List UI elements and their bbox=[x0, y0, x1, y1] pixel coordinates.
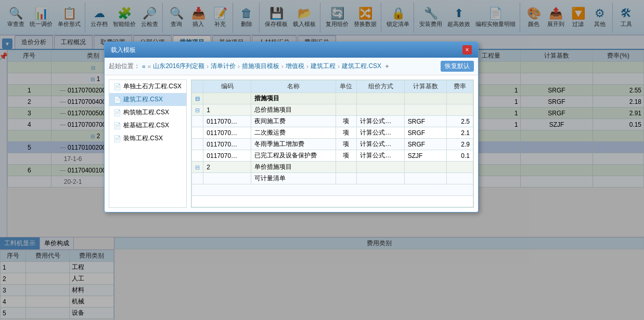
modal-table: 编码 名称 单位 组价方式 计算基数 费率 ⊟ 措施 bbox=[191, 80, 473, 207]
modal-close-button[interactable]: × bbox=[462, 45, 472, 55]
file-tree: 📄 单独土石方工程.CSX 📄 建筑工程.CSX 📄 构筑物工程.CSX 📄 桩… bbox=[109, 79, 187, 208]
file-icon: 📄 bbox=[113, 135, 121, 142]
modal-col-rate: 费率 bbox=[447, 81, 473, 93]
path-label: 起始位置： bbox=[109, 62, 140, 71]
table-row[interactable]: 0117070… 冬雨季施工增加费 项 计算公式… SRGF 2.9 bbox=[192, 139, 473, 150]
table-row[interactable]: ⊟ 1 总价措施项目 bbox=[192, 104, 473, 116]
file-item[interactable]: 📄 装饰工程.CSX bbox=[109, 132, 186, 145]
modal-col-method: 组价方式 bbox=[357, 81, 405, 93]
modal-path-bar: 起始位置： « « 山东2016序列定额 › 清单计价 › 措施项目模板 › 增… bbox=[105, 58, 478, 75]
file-icon: 📄 bbox=[113, 122, 121, 129]
table-row bbox=[192, 184, 473, 196]
file-name: 单独土石方工程.CSX bbox=[123, 82, 182, 91]
path-item-3[interactable]: 措施项目模板 bbox=[242, 62, 279, 71]
table-row[interactable]: 可计量清单 bbox=[192, 173, 473, 184]
modal-body: 📄 单独土石方工程.CSX 📄 建筑工程.CSX 📄 构筑物工程.CSX 📄 桩… bbox=[105, 75, 478, 212]
file-item[interactable]: 📄 桩基础工程.CSX bbox=[109, 119, 186, 132]
path-back[interactable]: « bbox=[142, 63, 146, 70]
modal-col-unit: 单位 bbox=[336, 81, 357, 93]
file-name: 装饰工程.CSX bbox=[123, 134, 163, 143]
modal-col-name: 名称 bbox=[251, 81, 336, 93]
file-name: 建筑工程.CSX bbox=[123, 95, 163, 104]
file-icon: 📄 bbox=[113, 109, 121, 116]
load-template-modal: 载入模板 × 起始位置： « « 山东2016序列定额 › 清单计价 › 措施项… bbox=[104, 42, 479, 212]
file-item[interactable]: 📄 建筑工程.CSX bbox=[109, 93, 186, 106]
table-row[interactable]: ⊟ 措施项目 bbox=[192, 93, 473, 104]
table-row bbox=[192, 196, 473, 207]
file-icon: 📄 bbox=[113, 83, 121, 90]
path-item-6[interactable]: 建筑工程.CSX bbox=[342, 62, 381, 71]
table-row[interactable]: 0117070… 夜间施工费 项 计算公式… SRGF 2.5 bbox=[192, 116, 473, 127]
modal-overlay[interactable]: 载入模板 × 起始位置： « « 山东2016序列定额 › 清单计价 › 措施项… bbox=[0, 0, 644, 320]
file-item[interactable]: 📄 构筑物工程.CSX bbox=[109, 106, 186, 119]
file-name: 桩基础工程.CSX bbox=[123, 121, 169, 130]
table-row[interactable]: ⊟ 2 单价措施项目 bbox=[192, 162, 473, 173]
file-item[interactable]: 📄 单独土石方工程.CSX bbox=[109, 80, 186, 93]
path-item-5[interactable]: 建筑工程 bbox=[311, 62, 336, 71]
file-name: 构筑物工程.CSX bbox=[123, 108, 169, 117]
modal-col-expand bbox=[192, 81, 203, 93]
file-icon: 📄 bbox=[113, 96, 121, 103]
modal-col-base: 计算基数 bbox=[404, 81, 446, 93]
table-row[interactable]: 0117070… 二次搬运费 项 计算公式… SRGF 2.1 bbox=[192, 127, 473, 139]
modal-col-code: 编码 bbox=[203, 81, 251, 93]
restore-default-button[interactable]: 恢复默认 bbox=[441, 61, 474, 72]
modal-header: 载入模板 × bbox=[105, 42, 478, 58]
path-item-2[interactable]: 清单计价 bbox=[211, 62, 236, 71]
modal-title: 载入模板 bbox=[111, 46, 136, 55]
modal-table-area: 编码 名称 单位 组价方式 计算基数 费率 ⊟ 措施 bbox=[191, 79, 474, 208]
table-row[interactable]: 0117070… 已完工程及设备保护费 项 计算公式… SZJF 0.1 bbox=[192, 150, 473, 162]
path-item-1[interactable]: 山东2016序列定额 bbox=[153, 62, 204, 71]
path-item-4[interactable]: 增值税 bbox=[286, 62, 304, 71]
